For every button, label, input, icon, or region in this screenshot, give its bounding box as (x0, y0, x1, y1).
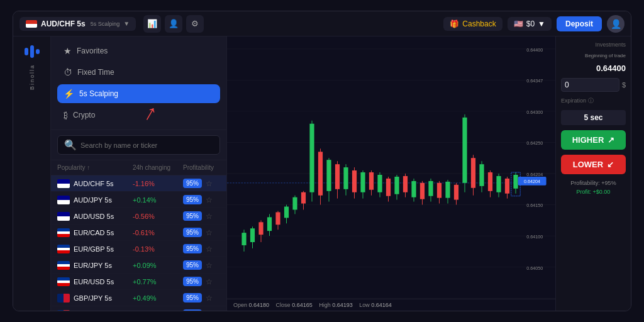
star-icon[interactable]: ☆ (206, 294, 213, 303)
search-area: 🔍 (51, 130, 226, 160)
ohlc-status: Open 0.64180 Close 0.64165 High 0.64193 … (227, 299, 555, 311)
close-value: 0.64165 (292, 302, 313, 308)
tool-icons: 📊 👤 ⚙ (143, 15, 204, 33)
instrument-info: EUR/CAD 5s (57, 228, 133, 237)
table-row[interactable]: EUR/CAD 5s -0.61% 95% ☆ (51, 225, 226, 241)
svg-rect-54 (411, 181, 416, 197)
svg-rect-32 (318, 152, 323, 195)
table-row[interactable]: EUR/USD 5s +0.77% 95% ☆ (51, 274, 226, 290)
change-value: -0.61% (133, 229, 183, 236)
cashback-button[interactable]: 🎁 Cashback (443, 17, 502, 31)
cashback-icon: 🎁 (450, 19, 459, 28)
chevron-down-icon: ▼ (123, 20, 130, 27)
lower-arrow-icon: ↙ (607, 160, 614, 169)
change-value: -0.78% (133, 311, 183, 311)
low-value: 0.64164 (371, 302, 392, 308)
fixed-time-label: Fixed Time (77, 68, 114, 77)
svg-rect-2 (36, 49, 40, 54)
close-label: Close (276, 302, 291, 308)
profit-badge: 95% (183, 228, 202, 237)
flag-eu-gb (57, 245, 70, 253)
instrument-selector[interactable]: AUD/CHF 5s 5s Scalping ▼ (19, 17, 136, 31)
change-value: +0.49% (133, 294, 183, 302)
scalping-label: 5s Scalping (79, 89, 118, 98)
right-panel: Investments Beginning of trade 0.64400 $… (555, 36, 631, 311)
svg-rect-68 (471, 158, 475, 188)
person-icon[interactable]: 👤 (165, 15, 182, 33)
profit-badge: 95% (183, 309, 202, 311)
open-label: Open (233, 302, 247, 308)
star-icon[interactable]: ☆ (206, 310, 213, 311)
lower-button[interactable]: LOWER ↙ (561, 155, 626, 174)
balance-button[interactable]: 🇺🇸 $0 ▼ (508, 17, 552, 31)
higher-button[interactable]: HIGHER ↗ (561, 130, 626, 150)
star-icon[interactable]: ☆ (206, 245, 213, 253)
pair-name: EUR/GBP 5s (74, 245, 114, 253)
profitability-info: Profitability: +95% Profit: +$0.00 (561, 179, 626, 196)
svg-rect-70 (479, 164, 484, 186)
chevron-down-small-icon: ▼ (538, 19, 545, 28)
flag-us-small: 🇺🇸 (514, 19, 523, 28)
profit-badge: 95% (183, 195, 202, 204)
instrument-nav: ★ Favorites ⏱ Fixed Time ⚡ 5s Scalping ₿… (51, 36, 226, 130)
currency-label: $ (622, 81, 626, 89)
fixed-time-icon: ⏱ (64, 67, 72, 77)
higher-arrow-icon: ↗ (608, 135, 614, 145)
pair-name: EUR/JPY 5s (74, 262, 112, 269)
chart-icon[interactable]: 📊 (143, 15, 161, 33)
svg-rect-52 (403, 176, 408, 192)
star-icon[interactable]: ☆ (206, 277, 213, 286)
svg-rect-16 (250, 228, 255, 242)
instrument-mode: 5s Scalping (91, 21, 120, 27)
instrument-list: AUD/CHF 5s -1.16% 95% ☆ AUD/JPY 5s +0.14… (51, 175, 226, 311)
deposit-button[interactable]: Deposit (557, 16, 602, 31)
table-header: Popularity ↑ 24h changing Profitability (51, 160, 226, 175)
table-row[interactable]: AUD/CHF 5s -1.16% 95% ☆ (51, 175, 226, 192)
svg-text:0.64050: 0.64050 (526, 265, 543, 270)
instrument-info: EUR/USD 5s (57, 277, 133, 286)
svg-rect-74 (496, 176, 501, 192)
svg-rect-1 (30, 45, 34, 58)
candlestick-chart: 0.64204 0.64400 0.64347 0.64300 0.64250 … (227, 36, 555, 311)
sidebar-item-fixed-time[interactable]: ⏱ Fixed Time (57, 63, 220, 82)
svg-text:0.64250: 0.64250 (526, 140, 543, 146)
table-row[interactable]: EUR/GBP 5s -0.13% 95% ☆ (51, 241, 226, 257)
profit-label: Profit: +$0.00 (561, 188, 626, 197)
cashback-label: Cashback (462, 19, 496, 28)
search-input[interactable] (80, 142, 213, 149)
sidebar-item-crypto[interactable]: ₿ Crypto (57, 106, 220, 125)
search-box[interactable]: 🔍 (57, 135, 220, 155)
instrument-name: AUD/CHF 5s (41, 19, 86, 28)
table-row[interactable]: GBP/JPY 5s +0.49% 95% ☆ (51, 290, 226, 306)
svg-rect-76 (505, 179, 509, 194)
investment-input[interactable] (561, 78, 619, 92)
settings-icon[interactable]: ⚙ (186, 15, 204, 33)
flag-eu-ca (57, 228, 70, 237)
avatar[interactable]: 👤 (607, 15, 625, 33)
svg-text:0.64400: 0.64400 (526, 47, 543, 52)
table-row[interactable]: EUR/JPY 5s +0.09% 95% ☆ (51, 257, 226, 274)
svg-rect-46 (377, 175, 382, 192)
svg-rect-38 (343, 167, 348, 189)
svg-rect-64 (454, 185, 458, 200)
table-row[interactable]: AUD/USD 5s -0.56% 95% ☆ (51, 208, 226, 225)
flag-eu-jp (57, 261, 70, 270)
svg-rect-20 (267, 217, 272, 231)
star-icon[interactable]: ☆ (206, 179, 213, 188)
crypto-label: Crypto (73, 111, 95, 119)
sidebar-item-favorites[interactable]: ★ Favorites (57, 42, 220, 60)
svg-rect-24 (284, 207, 289, 218)
star-icon[interactable]: ☆ (206, 228, 213, 237)
svg-rect-22 (275, 212, 280, 225)
star-icon[interactable]: ☆ (206, 261, 213, 270)
table-row[interactable]: GBP/USD 5s -0.78% 95% ☆ (51, 306, 226, 311)
star-icon[interactable]: ☆ (206, 196, 213, 204)
svg-rect-50 (394, 177, 399, 194)
sidebar-item-5s-scalping[interactable]: ⚡ 5s Scalping (57, 84, 220, 103)
star-icon[interactable]: ☆ (206, 212, 213, 221)
pair-name: AUD/USD 5s (74, 213, 114, 220)
left-sidebar: Binolla (13, 36, 51, 311)
table-row[interactable]: AUD/JPY 5s +0.14% 95% ☆ (51, 192, 226, 208)
profit-badge: 95% (183, 260, 202, 270)
svg-rect-30 (309, 124, 314, 192)
